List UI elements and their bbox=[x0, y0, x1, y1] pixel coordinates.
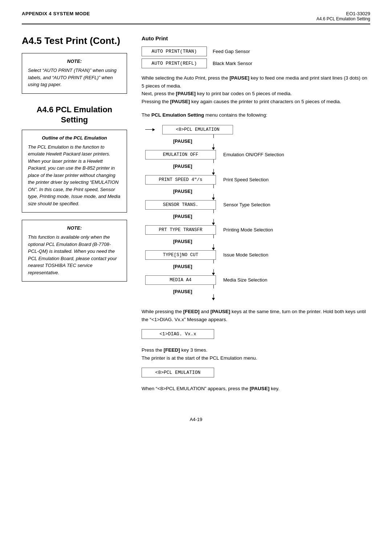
flow-diagram: <8>PCL EMULATION [PAUSE] EMULATION OFF bbox=[145, 125, 370, 300]
note-box-2: NOTE: This function is available only wh… bbox=[22, 220, 127, 282]
flow-pause-6: [PAUSE] bbox=[177, 260, 215, 275]
page-header: APPENDIX 4 SYSTEM MODE EO1-33029 A4.6 PC… bbox=[22, 11, 370, 24]
flow-row-2: PRINT SPEED 4"/s Print Speed Selection bbox=[145, 175, 269, 185]
header-right: EO1-33029 A4.6 PCL Emulation Setting bbox=[317, 11, 370, 21]
flow-pause-2: [PAUSE] bbox=[177, 159, 215, 175]
note-box-1: NOTE: Select “AUTO PRINT (TRAN)” when us… bbox=[22, 53, 127, 94]
auto-print-label-1: Feed Gap Sensor bbox=[213, 49, 250, 54]
pcl-menu-intro: The PCL Emulation Setting menu contains … bbox=[142, 111, 370, 119]
flow-pause-5: [PAUSE] bbox=[177, 235, 215, 250]
flow-box-2: PRINT SPEED 4"/s bbox=[145, 175, 216, 185]
note2-text: This function is available only when the… bbox=[28, 234, 121, 276]
auto-print-boxes: AUTO PRINT(TRAN) Feed Gap Sensor AUTO PR… bbox=[142, 46, 370, 68]
flow-row-5: TYPE[S]NO CUT Issue Mode Selection bbox=[145, 250, 268, 260]
flow-pointer bbox=[145, 128, 155, 131]
right-column: Auto Print AUTO PRINT(TRAN) Feed Gap Sen… bbox=[142, 35, 370, 399]
flow-row-1: EMULATION OFF Emulation ON/OFF Selection bbox=[145, 150, 284, 159]
vert-line-1b bbox=[213, 144, 214, 147]
flow-label-1: Emulation ON/OFF Selection bbox=[223, 152, 284, 157]
section-a46-wrapper: A4.6 PCL Emulation Setting bbox=[22, 105, 127, 125]
left-column: A4.5 Test Print (Cont.) NOTE: Select “AU… bbox=[22, 35, 127, 399]
flow-label-2: Print Speed Selection bbox=[223, 177, 269, 182]
feed-pause-text: While pressing the [FEED] and [PAUSE] ke… bbox=[142, 308, 370, 323]
flow-row-6: MEDIA A4 Media Size Selection bbox=[145, 275, 267, 285]
vert-1b bbox=[212, 144, 215, 150]
header-section: A4.6 PCL Emulation Setting bbox=[317, 16, 370, 21]
horiz-line bbox=[145, 129, 152, 130]
flow-label-3: Sensor Type Selection bbox=[223, 202, 270, 207]
diag-box: <1>DIAG. Vx.x bbox=[142, 329, 214, 339]
flow-label-4: Printing Mode Selection bbox=[223, 227, 273, 232]
flow-box-4: PRT TYPE TRANSFR bbox=[145, 225, 216, 235]
pcl-outline-title: Outline of the PCL Emulation bbox=[28, 135, 121, 141]
section-a45-title: A4.5 Test Print (Cont.) bbox=[22, 35, 127, 46]
pcl-emulation-box: <8>PCL EMULATION bbox=[142, 368, 214, 377]
section-a46-title: A4.6 PCL Emulation Setting bbox=[22, 105, 127, 125]
diag-box-wrapper: <1>DIAG. Vx.x bbox=[142, 329, 370, 339]
flow-pause-4: [PAUSE] bbox=[177, 210, 215, 225]
flow-pause-7: [PAUSE] bbox=[177, 285, 215, 300]
arrow-1 bbox=[212, 147, 215, 150]
flow-box-3: SENSOR TRANS. bbox=[145, 200, 216, 210]
horiz-arrow bbox=[152, 128, 155, 131]
page-number: A4-19 bbox=[190, 417, 203, 422]
flow-row-3: SENSOR TRANS. Sensor Type Selection bbox=[145, 200, 270, 210]
header-left: APPENDIX 4 SYSTEM MODE bbox=[22, 11, 90, 16]
auto-print-label-2: Black Mark Sensor bbox=[213, 61, 252, 66]
note2-title: NOTE: bbox=[28, 225, 121, 231]
vert-line-1 bbox=[213, 134, 214, 138]
auto-print-refl-box: AUTO PRINT(REFL) bbox=[142, 58, 207, 68]
feed3-text: Press the [FEED] key 3 times. The printe… bbox=[142, 346, 370, 362]
vert-1 bbox=[212, 134, 215, 138]
note1-title: NOTE: bbox=[28, 58, 121, 64]
flow-box-6: MEDIA A4 bbox=[145, 275, 216, 285]
header-doc-number: EO1-33029 bbox=[317, 11, 370, 16]
flow-row-0: <8>PCL EMULATION bbox=[145, 125, 233, 134]
flow-pause-1: [PAUSE] bbox=[177, 134, 215, 150]
auto-print-subtitle: Auto Print bbox=[142, 35, 370, 41]
flow-label-5: Issue Mode Selection bbox=[223, 252, 268, 258]
pcl-outline-text: The PCL Emulation is the function to emu… bbox=[28, 143, 121, 207]
flow-box-0: <8>PCL EMULATION bbox=[162, 125, 233, 134]
main-content: A4.5 Test Print (Cont.) NOTE: Select “AU… bbox=[22, 35, 370, 399]
auto-print-tran-box: AUTO PRINT(TRAN) bbox=[142, 46, 207, 56]
flow-box-5: TYPE[S]NO CUT bbox=[145, 250, 216, 260]
flow-pause-3: [PAUSE] bbox=[177, 185, 215, 200]
note1-text: Select “AUTO PRINT (TRAN)” when using la… bbox=[28, 67, 121, 88]
footer: A4-19 bbox=[22, 417, 370, 422]
when-appears-text: When “<8>PCL EMULATION” appears, press t… bbox=[142, 385, 370, 393]
auto-print-body: While selecting the Auto Print, press th… bbox=[142, 74, 370, 105]
flow-label-6: Media Size Selection bbox=[223, 277, 267, 283]
flow-row-4: PRT TYPE TRANSFR Printing Mode Selection bbox=[145, 225, 273, 235]
flow-box-1: EMULATION OFF bbox=[145, 150, 216, 159]
auto-print-row-2: AUTO PRINT(REFL) Black Mark Sensor bbox=[142, 58, 370, 68]
pcl-outline-note: Outline of the PCL Emulation The PCL Emu… bbox=[22, 130, 127, 213]
page: APPENDIX 4 SYSTEM MODE EO1-33029 A4.6 PC… bbox=[0, 0, 392, 554]
auto-print-row-1: AUTO PRINT(TRAN) Feed Gap Sensor bbox=[142, 46, 370, 56]
pcl-emulation-box-wrapper: <8>PCL EMULATION bbox=[142, 368, 370, 377]
